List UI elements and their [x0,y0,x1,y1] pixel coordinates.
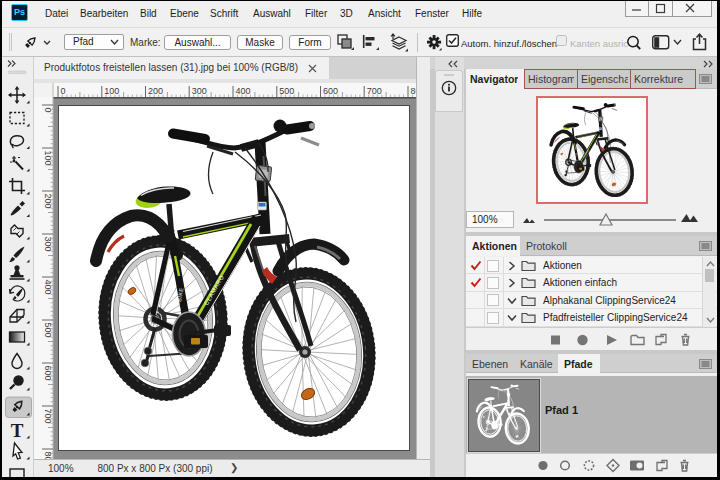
svg-text:700: 700 [43,409,53,424]
svg-text:700: 700 [367,86,382,96]
svg-text:100: 100 [43,151,53,166]
svg-text:600: 600 [323,86,338,96]
svg-text:800: 800 [43,452,53,460]
svg-text:200: 200 [148,86,163,96]
svg-text:100: 100 [104,86,119,96]
svg-text:0: 0 [43,108,53,113]
svg-text:200: 200 [43,194,53,209]
svg-text:300: 300 [43,237,53,252]
svg-text:300: 300 [192,86,207,96]
svg-text:400: 400 [43,280,53,295]
svg-text:400: 400 [236,86,251,96]
svg-text:500: 500 [43,323,53,338]
svg-text:0: 0 [61,86,66,96]
svg-text:T: T [11,420,24,441]
svg-text:600: 600 [43,366,53,381]
svg-text:500: 500 [279,86,294,96]
